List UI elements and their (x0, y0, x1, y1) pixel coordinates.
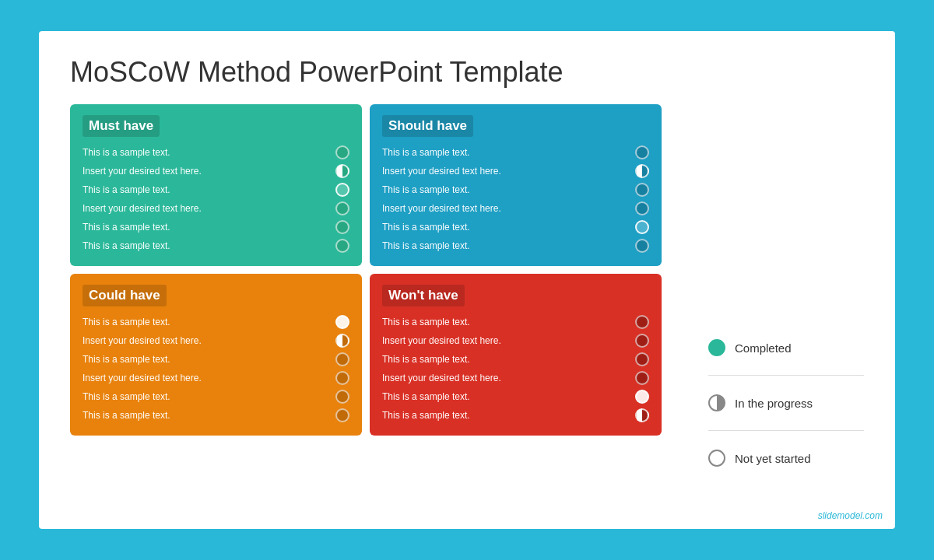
list-item: This is a sample text. (382, 350, 649, 369)
legend-item-in-progress: In the progress (708, 394, 864, 411)
status-icon-completed (335, 390, 349, 404)
list-item: This is a sample text. (382, 143, 649, 162)
list-item: This is a sample text. (83, 313, 349, 331)
status-icon-half (635, 408, 649, 422)
list-item: Insert your desired text here. (382, 162, 649, 180)
legend-divider-1 (708, 375, 864, 376)
should-have-card: Should have This is a sample text. Inser… (370, 104, 662, 266)
wont-have-card: Won't have This is a sample text. Insert… (370, 274, 662, 436)
list-item: This is a sample text. (382, 236, 649, 255)
status-icon-completed (335, 371, 349, 385)
list-item: Insert your desired text here. (382, 199, 649, 218)
list-item: This is a sample text. (83, 406, 349, 425)
slide-title: MoSCoW Method PowerPoint Template (70, 56, 864, 89)
list-item: Insert your desired text here. (382, 369, 649, 387)
legend-in-progress-icon (708, 394, 725, 411)
legend: Completed In the progress Not yet starte… (708, 339, 864, 467)
status-icon-empty (335, 315, 349, 329)
legend-item-completed: Completed (708, 339, 864, 356)
status-icon-completed (635, 183, 649, 197)
slide: MoSCoW Method PowerPoint Template Must h… (39, 31, 895, 529)
legend-not-started-icon (708, 450, 725, 467)
list-item: This is a sample text. (382, 218, 649, 236)
legend-in-progress-label: In the progress (735, 397, 813, 410)
watermark: slidemodel.com (818, 510, 883, 521)
must-have-title: Must have (83, 115, 160, 137)
status-icon-half (635, 164, 649, 178)
list-item: This is a sample text. (382, 313, 649, 331)
list-item: Insert your desired text here. (83, 199, 349, 218)
status-icon-completed (335, 220, 349, 234)
list-item: Insert your desired text here. (83, 331, 349, 350)
status-icon-completed (635, 239, 649, 253)
legend-completed-icon (708, 339, 725, 356)
status-icon-empty (335, 183, 349, 197)
list-item: This is a sample text. (83, 387, 349, 406)
list-item: This is a sample text. (83, 180, 349, 199)
status-icon-empty (635, 220, 649, 234)
status-icon-completed (335, 201, 349, 215)
wont-have-title: Won't have (382, 285, 465, 306)
status-icon-completed (635, 352, 649, 366)
status-icon-completed (635, 201, 649, 215)
list-item: This is a sample text. (83, 143, 349, 162)
status-icon-completed (635, 315, 649, 329)
status-icon-completed (335, 145, 349, 159)
could-have-title: Could have (83, 285, 167, 306)
list-item: This is a sample text. (382, 387, 649, 406)
status-icon-completed (635, 334, 649, 348)
status-icon-half (335, 334, 349, 348)
list-item: This is a sample text. (83, 350, 349, 369)
status-icon-half (335, 164, 349, 178)
list-item: Insert your desired text here. (83, 369, 349, 387)
legend-completed-label: Completed (735, 341, 792, 355)
list-item: This is a sample text. (83, 236, 349, 255)
status-icon-completed (335, 408, 349, 422)
could-have-card: Could have This is a sample text. Insert… (70, 274, 362, 436)
status-icon-completed (335, 352, 349, 366)
must-have-card: Must have This is a sample text. Insert … (70, 104, 362, 266)
list-item: Insert your desired text here. (382, 331, 649, 350)
list-item: This is a sample text. (83, 218, 349, 236)
status-icon-empty (635, 390, 649, 404)
legend-divider-2 (708, 430, 864, 431)
legend-item-not-started: Not yet started (708, 450, 864, 467)
status-icon-completed (635, 371, 649, 385)
status-icon-completed (335, 239, 349, 253)
list-item: This is a sample text. (382, 180, 649, 199)
legend-not-started-label: Not yet started (735, 452, 811, 465)
list-item: This is a sample text. (382, 406, 649, 425)
list-item: Insert your desired text here. (83, 162, 349, 180)
moscow-grid: Must have This is a sample text. Insert … (70, 104, 662, 436)
should-have-title: Should have (382, 115, 473, 137)
status-icon-completed (635, 145, 649, 159)
